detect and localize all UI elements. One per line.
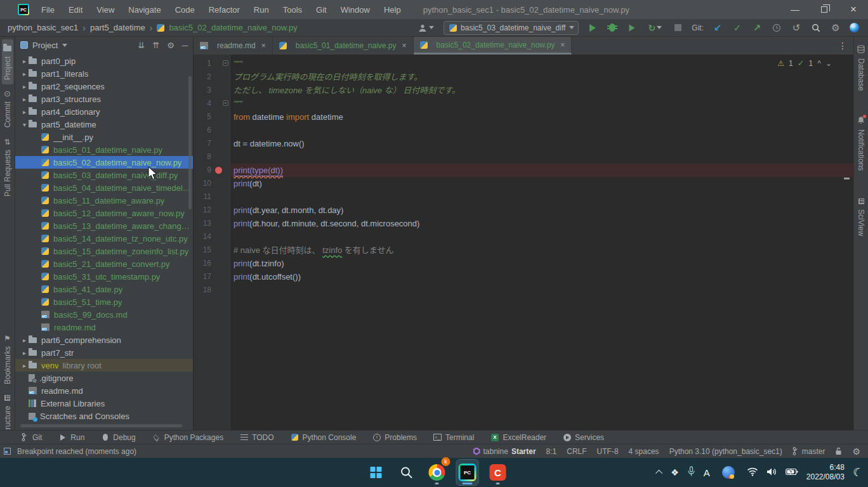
tree-item--gitignore[interactable]: .gitignore	[15, 372, 193, 384]
camtasia-taskbar-icon[interactable]: C	[487, 460, 509, 485]
menu-tools[interactable]: Tools	[277, 3, 308, 16]
run-with-coverage-button[interactable]	[626, 22, 638, 34]
restore-button[interactable]	[810, 0, 839, 19]
tab-close-icon[interactable]: ×	[402, 41, 407, 50]
chevron-right-icon[interactable]: ▸	[20, 70, 29, 77]
panel-settings-gear-icon[interactable]: ⚙	[167, 41, 174, 50]
tree-vertical-scrollbar[interactable]	[188, 76, 192, 209]
speaker-icon[interactable]	[766, 467, 777, 478]
battery-icon[interactable]	[786, 468, 798, 477]
git-push-button[interactable]: ↗	[751, 22, 763, 34]
tree-item-basic5-14-datetime-tz-none-utc-py[interactable]: basic5_14_datetime_tz_none_utc.py	[15, 232, 193, 245]
search-everywhere-button[interactable]	[810, 22, 822, 34]
breadcrumb-project[interactable]: python_basic_sec1	[8, 23, 78, 32]
tray-app-ball-icon[interactable]	[722, 466, 735, 479]
tree-item-basic5-41-date-py[interactable]: basic5_41_date.py	[15, 283, 193, 295]
breadcrumb-file[interactable]: basic5_02_datetime_naive_now.py	[169, 23, 297, 32]
rollback-button[interactable]: ↺	[791, 22, 802, 34]
python-interpreter[interactable]: Python 3.10 (python_basic_sec1)	[669, 447, 782, 456]
tool-strip-project[interactable]: Project	[2, 39, 13, 84]
hidden-icons-chevron-icon[interactable]	[655, 470, 662, 477]
stop-button[interactable]	[672, 22, 683, 34]
dropbox-icon[interactable]: ❖	[671, 467, 679, 477]
breadcrumb-folder[interactable]: part5_datetime	[90, 23, 145, 32]
tab-basic5-02-datetime-naive-now-py[interactable]: basic5_02_datetime_naive_now.py×	[414, 37, 572, 55]
run-button[interactable]	[587, 22, 598, 34]
chevron-right-icon[interactable]: ▸	[20, 96, 29, 103]
tool-window-button-excelreader[interactable]: XExcelReader	[490, 433, 546, 442]
tree-item--init-py[interactable]: __init__.py	[15, 131, 193, 143]
tree-item-readme-md[interactable]: readme.md	[15, 321, 193, 334]
tool-strip-pull-requests[interactable]: ⇅Pull Requests	[2, 133, 13, 201]
tabnine-widget[interactable]: tabnine Starter	[473, 447, 536, 456]
focus-assist-moon-icon[interactable]: ☾	[851, 464, 864, 480]
tool-window-button-problems[interactable]: !Problems	[372, 433, 417, 442]
menu-code[interactable]: Code	[169, 3, 201, 16]
taskbar-clock[interactable]: 6:48 2022/08/03	[806, 463, 845, 482]
fold-marker-icon[interactable]: −	[223, 60, 228, 66]
git-commit-button[interactable]: ✓	[732, 22, 743, 34]
code-editor[interactable]: 1−"""2プログラム実行時の現在の日付時刻を取得します。3ただし、 timez…	[194, 55, 853, 430]
debug-button[interactable]	[607, 22, 618, 34]
git-update-button[interactable]: ↙	[712, 22, 723, 34]
tree-item-part4-dictionary[interactable]: ▸part4_dictionary	[15, 105, 193, 118]
pycharm-taskbar-icon[interactable]: PC	[457, 460, 478, 485]
scrollbar-error-stripe-mark[interactable]	[844, 178, 850, 179]
menu-refactor[interactable]: Refactor	[203, 3, 246, 16]
close-button[interactable]: ×	[839, 0, 868, 19]
tree-item-part6-comprehension[interactable]: ▸part6_comprehension	[15, 334, 193, 346]
git-branch-widget[interactable]: master	[792, 447, 825, 456]
tree-item-part2-sequences[interactable]: ▸part2_sequences	[15, 80, 193, 93]
ime-language-icon[interactable]: A	[704, 467, 710, 478]
tree-item-basic5-13-datetime-aware-change-tz-py[interactable]: basic5_13_datetime_aware_change_tz.py	[15, 219, 193, 232]
chrome-taskbar-icon[interactable]: k	[426, 460, 448, 485]
tab-close-icon[interactable]: ×	[560, 41, 565, 49]
tree-item-part5-datetime[interactable]: ▾part5_datetime	[15, 118, 193, 131]
tree-item-part7-str[interactable]: ▸part7_str	[15, 346, 193, 359]
chevron-right-icon[interactable]: ▸	[20, 58, 29, 65]
toolbox-sphere-icon[interactable]	[850, 23, 859, 32]
chevron-right-icon[interactable]: ▸	[20, 362, 29, 369]
tree-item-basic5-02-datetime-naive-now-py[interactable]: basic5_02_datetime_naive_now.py	[15, 156, 193, 169]
tree-item-external-libraries[interactable]: External Libraries	[15, 397, 193, 410]
line-separator[interactable]: CRLF	[567, 447, 586, 456]
tree-item-part3-structures[interactable]: ▸part3_structures	[15, 93, 193, 105]
tree-item-basic5-01-datetime-naive-py[interactable]: basic5_01_datetime_naive.py	[15, 143, 193, 156]
tool-window-button-todo[interactable]: TODO	[240, 433, 273, 442]
caret-position[interactable]: 8:1	[546, 447, 557, 456]
notifications-gear-icon[interactable]: ⚙	[852, 446, 860, 457]
hide-panel-icon[interactable]: ─	[182, 41, 188, 50]
expand-all-icon[interactable]: ⇊	[138, 41, 145, 50]
tool-strip-bookmarks[interactable]: ⚑Bookmarks	[2, 329, 13, 389]
history-button[interactable]	[771, 22, 782, 34]
tree-item-scratches-and-consoles[interactable]: Scratches and Consoles	[15, 410, 193, 422]
menu-view[interactable]: View	[91, 3, 120, 16]
prev-problem-chevron-icon[interactable]: ^	[817, 59, 821, 68]
indent-style[interactable]: 4 spaces	[629, 447, 659, 456]
tool-window-button-python-console[interactable]: Python Console	[291, 433, 357, 442]
lock-icon[interactable]	[835, 447, 842, 455]
tree-item-readme-md[interactable]: readme.md	[15, 384, 193, 397]
tool-window-button-services[interactable]: Services	[563, 433, 604, 442]
taskbar-search-button[interactable]	[396, 460, 418, 485]
menu-edit[interactable]: Edit	[63, 3, 88, 16]
chevron-right-icon[interactable]: ▸	[20, 108, 29, 115]
wifi-icon[interactable]	[747, 467, 758, 478]
tree-item-venv[interactable]: ▸venvlibrary root	[15, 359, 193, 372]
user-icon[interactable]	[416, 22, 435, 34]
tab-options-kebab-icon[interactable]: ⋮	[832, 37, 853, 55]
microphone-icon[interactable]	[687, 466, 695, 479]
status-message[interactable]: Breakpoint reached (moments ago)	[17, 447, 136, 456]
file-encoding[interactable]: UTF-8	[597, 447, 619, 456]
tab-basic5-01-datetime-naive-py[interactable]: basic5_01_datetime_naive.py×	[273, 37, 414, 55]
profiler-button[interactable]: ↻	[646, 22, 664, 34]
next-problem-chevron-icon[interactable]: ⌄	[825, 59, 832, 68]
tool-strip-database[interactable]: Database	[855, 41, 867, 95]
start-button[interactable]	[365, 460, 387, 485]
tree-item-basic5-04-datetime-naive-timedelta-py[interactable]: basic5_04_datetime_naive_timedelta.py	[15, 181, 193, 194]
tree-item-basic5-21-datetime-convert-py[interactable]: basic5_21_datetime_convert.py	[15, 257, 193, 270]
tab-readme-md[interactable]: readme.md×	[194, 37, 273, 55]
menu-file[interactable]: File	[36, 3, 60, 16]
menu-help[interactable]: Help	[378, 3, 407, 16]
inspection-widget[interactable]: ⚠ 1 ✓ 1 ^ ⌄	[777, 58, 832, 68]
